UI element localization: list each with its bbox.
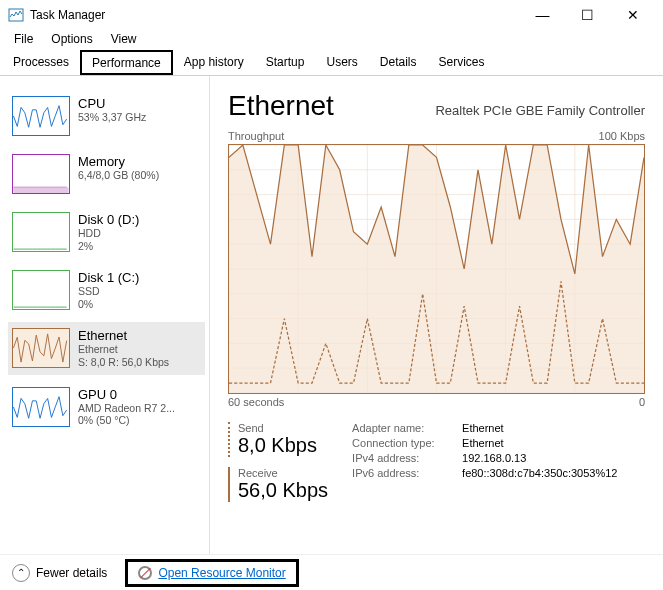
close-button[interactable]: ✕ (610, 0, 655, 30)
thumb-chart-icon (12, 328, 70, 368)
tab-details[interactable]: Details (369, 50, 428, 75)
tab-performance[interactable]: Performance (80, 50, 173, 75)
main-panel: Ethernet Realtek PCIe GBE Family Control… (210, 76, 663, 554)
page-title: Ethernet (228, 90, 435, 122)
sidebar-item-disk-0-d-[interactable]: Disk 0 (D:)HDD 2% (8, 206, 205, 258)
menu-options[interactable]: Options (43, 30, 100, 50)
detail-value: Ethernet (462, 422, 504, 434)
detail-value: fe80::308d:c7b4:350c:3053%12 (462, 467, 617, 479)
tab-app-history[interactable]: App history (173, 50, 255, 75)
sidebar-item-subtitle: Ethernet S: 8,0 R: 56,0 Kbps (78, 343, 201, 368)
sidebar-item-subtitle: SSD 0% (78, 285, 201, 310)
sidebar-item-memory[interactable]: Memory6,4/8,0 GB (80%) (8, 148, 205, 200)
detail-value: Ethernet (462, 437, 504, 449)
sidebar-item-title: CPU (78, 96, 201, 111)
tab-processes[interactable]: Processes (2, 50, 80, 75)
detail-row: IPv4 address:192.168.0.13 (352, 452, 617, 464)
tabs: Processes Performance App history Startu… (0, 50, 663, 76)
resource-monitor-highlight: Open Resource Monitor (125, 559, 298, 587)
detail-key: IPv6 address: (352, 467, 462, 479)
send-value: 8,0 Kbps (238, 434, 328, 457)
thumb-chart-icon (12, 387, 70, 427)
window-title: Task Manager (30, 8, 520, 22)
sidebar-item-cpu[interactable]: CPU53% 3,37 GHz (8, 90, 205, 142)
sidebar-item-subtitle: 6,4/8,0 GB (80%) (78, 169, 201, 182)
open-resource-monitor-link[interactable]: Open Resource Monitor (158, 566, 285, 580)
sidebar-item-disk-1-c-[interactable]: Disk 1 (C:)SSD 0% (8, 264, 205, 316)
sidebar-item-subtitle: 53% 3,37 GHz (78, 111, 201, 124)
chart-top-left-label: Throughput (228, 130, 284, 142)
tab-services[interactable]: Services (428, 50, 496, 75)
menubar: File Options View (0, 30, 663, 50)
thumb-chart-icon (12, 270, 70, 310)
sidebar-item-title: Disk 1 (C:) (78, 270, 201, 285)
sidebar-item-ethernet[interactable]: EthernetEthernet S: 8,0 R: 56,0 Kbps (8, 322, 205, 374)
thumb-chart-icon (12, 154, 70, 194)
detail-key: IPv4 address: (352, 452, 462, 464)
sidebar-item-title: Disk 0 (D:) (78, 212, 201, 227)
receive-label: Receive (238, 467, 328, 479)
sidebar: CPU53% 3,37 GHzMemory6,4/8,0 GB (80%)Dis… (0, 76, 210, 554)
receive-value: 56,0 Kbps (238, 479, 328, 502)
fewer-details-label: Fewer details (36, 566, 107, 580)
chart-bottom-left-label: 60 seconds (228, 396, 284, 408)
send-label: Send (238, 422, 328, 434)
detail-key: Adapter name: (352, 422, 462, 434)
sidebar-item-gpu-0[interactable]: GPU 0AMD Radeon R7 2... 0% (50 °C) (8, 381, 205, 433)
menu-file[interactable]: File (6, 30, 41, 50)
detail-value: 192.168.0.13 (462, 452, 526, 464)
detail-key: Connection type: (352, 437, 462, 449)
minimize-button[interactable]: — (520, 0, 565, 30)
chart-top-right-label: 100 Kbps (599, 130, 645, 142)
resource-monitor-icon (138, 566, 152, 580)
svg-rect-1 (13, 187, 68, 193)
detail-row: Adapter name:Ethernet (352, 422, 617, 434)
thumb-chart-icon (12, 96, 70, 136)
sidebar-item-subtitle: HDD 2% (78, 227, 201, 252)
sidebar-item-title: GPU 0 (78, 387, 201, 402)
menu-view[interactable]: View (103, 30, 145, 50)
tab-startup[interactable]: Startup (255, 50, 316, 75)
sidebar-item-title: Memory (78, 154, 201, 169)
maximize-button[interactable]: ☐ (565, 0, 610, 30)
chart-bottom-right-label: 0 (639, 396, 645, 408)
adapter-description: Realtek PCIe GBE Family Controller (435, 103, 645, 118)
throughput-chart (228, 144, 645, 394)
chevron-up-icon: ⌃ (12, 564, 30, 582)
detail-row: Connection type:Ethernet (352, 437, 617, 449)
fewer-details-button[interactable]: ⌃ Fewer details (12, 564, 107, 582)
sidebar-item-subtitle: AMD Radeon R7 2... 0% (50 °C) (78, 402, 201, 427)
app-icon (8, 7, 24, 23)
svg-marker-19 (229, 145, 644, 393)
sidebar-item-title: Ethernet (78, 328, 201, 343)
detail-row: IPv6 address:fe80::308d:c7b4:350c:3053%1… (352, 467, 617, 479)
thumb-chart-icon (12, 212, 70, 252)
tab-users[interactable]: Users (315, 50, 368, 75)
